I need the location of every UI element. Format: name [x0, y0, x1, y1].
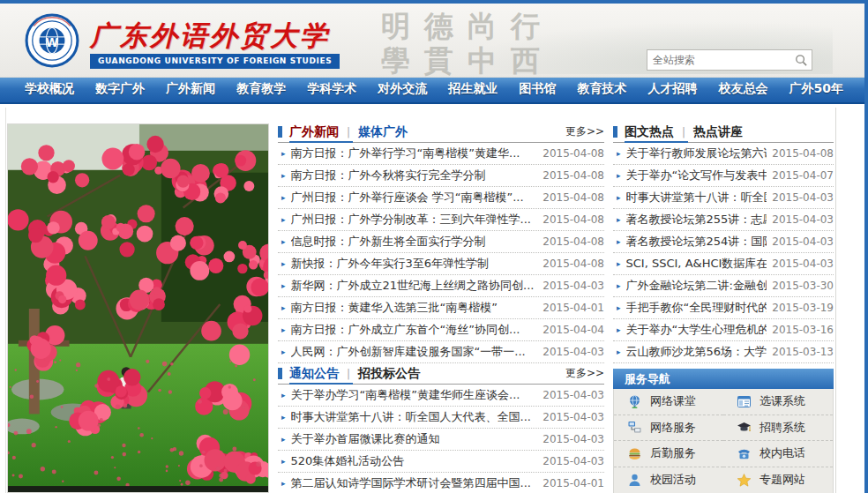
news-title[interactable]: 南方日报：广外今秋将实行完全学分制 — [291, 168, 538, 183]
hotspot-title[interactable]: 著名教授论坛第254讲：国际音乐... — [626, 234, 767, 250]
nav-item-gdufs-news[interactable]: 广外新闻 — [166, 81, 215, 97]
list-item[interactable]: ▸第二届认知诗学国际学术研讨会暨第四届中国...2015-04-01 — [278, 473, 604, 493]
news-title[interactable]: 人民网：广外创新智库建设服务国家“一带一... — [291, 344, 538, 360]
network-icon — [627, 420, 642, 435]
hotspot-title[interactable]: 时事大讲堂第十八讲：听全国人... — [626, 190, 767, 205]
service-item-label: 后勤服务 — [650, 445, 696, 461]
list-item[interactable]: ▸广外金融论坛第二讲:金融创新：...2015-03-30 — [613, 275, 834, 297]
bullet-arrow-icon: ▸ — [617, 259, 621, 268]
tab-bidding-notices[interactable]: 招投标公告 — [358, 366, 420, 382]
news-date: 2015-04-08 — [542, 213, 604, 226]
nav-item-recruitment[interactable]: 人才招聘 — [647, 81, 697, 97]
list-item[interactable]: ▸新华网：广外成立21世纪海上丝绸之路协同创...2015-04-03 — [278, 275, 604, 297]
service-item-network-services[interactable]: 网络服务 — [614, 415, 723, 442]
list-item[interactable]: ▸520集体婚礼活动公告2015-04-03 — [278, 451, 604, 473]
notice-title[interactable]: 关于举办首届微课比赛的通知 — [291, 431, 538, 447]
list-item[interactable]: ▸云山教师沙龙第56场：大学全人...2015-03-13 — [613, 341, 834, 363]
nav-item-education-teaching[interactable]: 教育教学 — [236, 81, 286, 97]
service-item-logistics-services[interactable]: 后勤服务 — [614, 441, 723, 467]
news-date: 2015-04-03 — [542, 346, 604, 358]
hotspot-title[interactable]: SCI, SSCI, A&HCI数据库在科研中... — [626, 256, 767, 272]
list-item[interactable]: ▸新快报：广外今年实行3至6年弹性学制2015-04-08 — [278, 253, 604, 275]
list-item[interactable]: ▸广州日报：广外学分制改革：三到六年弹性学...2015-04-08 — [278, 209, 604, 231]
list-item[interactable]: ▸关于举行教师发展论坛第六讲《...2015-04-08 — [613, 143, 834, 165]
hotspot-title[interactable]: 关于举行教师发展论坛第六讲《... — [626, 146, 767, 161]
hotspot-header: 图文热点 | 热点讲座 — [613, 122, 834, 143]
nav-item-library[interactable]: 图书馆 — [519, 81, 556, 97]
list-item[interactable]: ▸人民网：广外创新智库建设服务国家“一带一...2015-04-03 — [278, 341, 604, 363]
list-item[interactable]: ▸关于举办学习“南粤楷模”黄建华师生座谈会...2015-04-03 — [278, 385, 604, 407]
tab-gdufs-news[interactable]: 广外新闻 — [289, 124, 339, 140]
list-item[interactable]: ▸时事大讲堂第十八讲：听全国人...2015-04-03 — [613, 187, 834, 209]
list-item[interactable]: ▸南方日报：黄建华入选第三批“南粤楷模”2015-04-01 — [278, 297, 604, 319]
content-right-edge — [835, 108, 836, 493]
university-logo[interactable]: W — [25, 13, 79, 68]
hotspot-title[interactable]: 手把手教你“全民理财时代的理... — [626, 300, 767, 316]
search-button[interactable] — [790, 50, 812, 70]
nav-item-gdufs-50years[interactable]: 广外50年 — [789, 81, 843, 97]
list-item[interactable]: ▸广州日报：广外举行座谈会 学习“南粤楷模”...2015-04-08 — [278, 187, 604, 209]
service-item-campus-activities[interactable]: 校园活动 — [614, 467, 723, 493]
list-item[interactable]: ▸时事大讲堂第十八讲：听全国人大代表、全国...2015-04-03 — [278, 407, 604, 429]
list-item[interactable]: ▸关于举办“论文写作与发表中的...2015-04-07 — [613, 165, 834, 187]
hotspot-title[interactable]: 云山教师沙龙第56场：大学全人... — [626, 344, 767, 360]
hotspot-title[interactable]: 著名教授论坛第255讲：志愿服务... — [626, 212, 767, 228]
nav-item-alumni-association[interactable]: 校友总会 — [718, 81, 767, 97]
service-item-course-selection[interactable]: 选课系统 — [723, 389, 833, 415]
service-item-campus-phone[interactable]: 校内电话 — [723, 441, 833, 467]
nav-item-school-overview[interactable]: 学校概况 — [25, 81, 74, 97]
hamburger-icon — [627, 446, 642, 461]
tab-media-gdufs[interactable]: 媒体广外 — [358, 124, 408, 140]
news-title[interactable]: 新华网：广外成立21世纪海上丝绸之路协同创... — [291, 278, 538, 294]
news-title[interactable]: 信息时报：广外新生将全面实行学分制 — [291, 234, 538, 250]
list-item[interactable]: ▸著名教授论坛第254讲：国际音乐...2015-04-03 — [613, 231, 834, 253]
news-more-link[interactable]: 更多>> — [565, 124, 604, 139]
right-border — [864, 0, 868, 493]
news-title[interactable]: 南方日报：黄建华入选第三批“南粤楷模” — [291, 300, 538, 316]
notice-title[interactable]: 520集体婚礼活动公告 — [291, 453, 538, 469]
bullet-arrow-icon: ▸ — [617, 171, 621, 180]
nav-item-digital-gdufs[interactable]: 数字广外 — [95, 81, 145, 97]
nav-item-international-exchange[interactable]: 对外交流 — [378, 81, 427, 97]
bullet-arrow-icon: ▸ — [281, 193, 286, 202]
bullet-arrow-icon: ▸ — [617, 303, 621, 312]
list-item[interactable]: ▸手把手教你“全民理财时代的理...2015-03-19 — [613, 297, 834, 319]
service-item-recruitment-system[interactable]: 招聘系统 — [723, 415, 833, 442]
list-item[interactable]: ▸SCI, SSCI, A&HCI数据库在科研中...2015-04-03 — [613, 253, 834, 275]
news-title[interactable]: 广州日报：广外学分制改革：三到六年弹性学... — [291, 212, 538, 228]
list-item[interactable]: ▸关于举办首届微课比赛的通知2015-04-03 — [278, 429, 604, 451]
hotspot-title[interactable]: 关于举办“大学生心理危机的识... — [626, 322, 767, 338]
person-icon — [627, 473, 642, 488]
list-item[interactable]: ▸南方日报：广外成立广东首个“海丝”协同创...2015-04-04 — [278, 319, 604, 341]
list-item[interactable]: ▸南方日报：广外今秋将实行完全学分制2015-04-08 — [278, 165, 604, 187]
campus-photo-banner[interactable] — [7, 123, 269, 493]
notice-date: 2015-04-03 — [542, 411, 604, 423]
notice-title[interactable]: 关于举办学习“南粤楷模”黄建华师生座谈会... — [291, 387, 538, 403]
bullet-arrow-icon: ▸ — [617, 281, 621, 290]
nav-item-academics[interactable]: 学科学术 — [307, 81, 356, 97]
notice-title[interactable]: 时事大讲堂第十八讲：听全国人大代表、全国... — [291, 409, 538, 425]
hotspot-title[interactable]: 广外金融论坛第二讲:金融创新：... — [626, 278, 767, 294]
list-item[interactable]: ▸著名教授论坛第255讲：志愿服务...2015-04-03 — [613, 209, 834, 231]
nav-item-education-technology[interactable]: 教育技术 — [577, 81, 626, 97]
search-input[interactable] — [647, 54, 790, 66]
news-title[interactable]: 南方日报：广外成立广东首个“海丝”协同创... — [291, 322, 538, 338]
service-item-online-classroom[interactable]: 网络课堂 — [614, 389, 723, 415]
news-title[interactable]: 广州日报：广外举行座谈会 学习“南粤楷模”... — [291, 190, 538, 205]
list-item[interactable]: ▸南方日报：广外举行学习“南粤楷模”黄建华...2015-04-08 — [278, 143, 604, 165]
notice-more-link[interactable]: 更多>> — [565, 366, 604, 381]
nav-item-admissions-careers[interactable]: 招生就业 — [448, 81, 498, 97]
list-item[interactable]: ▸信息时报：广外新生将全面实行学分制2015-04-08 — [278, 231, 604, 253]
hotspot-date: 2015-04-08 — [772, 147, 834, 160]
bullet-arrow-icon: ▸ — [617, 193, 621, 202]
list-item[interactable]: ▸关于举办“大学生心理危机的识...2015-03-16 — [613, 319, 834, 341]
service-item-special-websites[interactable]: 专题网站 — [723, 467, 833, 493]
tab-hot-lectures[interactable]: 热点讲座 — [693, 124, 743, 140]
tab-notices[interactable]: 通知公告 — [289, 366, 339, 382]
news-title[interactable]: 南方日报：广外举行学习“南粤楷模”黄建华... — [291, 146, 538, 161]
news-title[interactable]: 新快报：广外今年实行3至6年弹性学制 — [291, 256, 538, 272]
notice-title[interactable]: 第二届认知诗学国际学术研讨会暨第四届中国... — [291, 475, 538, 491]
tab-photo-hotspots[interactable]: 图文热点 — [625, 124, 674, 140]
bougainvillea-photo — [8, 124, 268, 492]
hotspot-title[interactable]: 关于举办“论文写作与发表中的... — [626, 168, 767, 183]
